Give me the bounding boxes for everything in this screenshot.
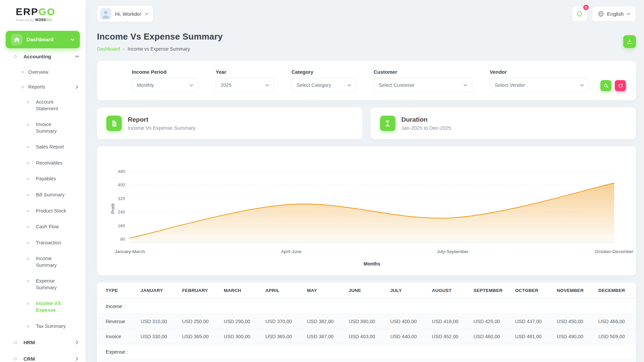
sidebar-item-label: Account Statement xyxy=(36,99,73,112)
year-select[interactable]: 2025 xyxy=(216,78,274,92)
sidebar-item-label: Bill Summary xyxy=(36,192,64,198)
value-cell: USD 466,00 xyxy=(594,314,636,329)
user-menu[interactable]: Hi, Workdo! xyxy=(97,5,154,22)
sidebar-item-label: Expense Summary xyxy=(36,278,73,291)
table-row-payment: PaymentUSD 0,00USD 0,00USD 0,00USD 0,00U… xyxy=(97,360,636,362)
sidebar-item-reports[interactable]: Reports xyxy=(0,79,86,94)
value-cell: USD 0,00 xyxy=(428,360,470,362)
search-button[interactable] xyxy=(600,80,611,91)
sidebar-item-label: Cash Flow xyxy=(36,224,59,230)
y-tick-label: 400 xyxy=(118,182,125,187)
sidebar: ERPGO Powered By WORKDO Dashboard Accoun… xyxy=(0,0,86,362)
sidebar-item-dashboard[interactable]: Dashboard xyxy=(6,31,80,48)
customer-value: Select Customer xyxy=(379,82,415,88)
value-cell: USD 460,00 xyxy=(470,329,511,344)
sidebar-item-tax-summary[interactable]: Tax Summary xyxy=(0,318,86,335)
income-expense-table-card: TYPEJANUARYFEBRUARYMARCHAPRILMAYJUNEJULY… xyxy=(97,283,636,362)
breadcrumb: Dashboard › Income vs Expense Summary xyxy=(97,46,223,52)
chevron-down-icon xyxy=(347,84,351,86)
sidebar-item-income-vs-expense[interactable]: Income VS Expense xyxy=(0,296,86,318)
y-tick-label: 240 xyxy=(118,209,125,215)
chevron-down-icon xyxy=(464,84,467,86)
download-button[interactable] xyxy=(623,35,636,48)
notifications-button[interactable]: 0 xyxy=(572,6,587,21)
reset-button[interactable] xyxy=(615,80,626,91)
value-cell: USD 300,00 xyxy=(220,329,261,344)
chevron-right-icon xyxy=(76,85,78,89)
value-cell: USD 0,00 xyxy=(137,360,178,362)
sidebar-item-crm[interactable]: CRM xyxy=(0,351,86,362)
column-header-type: TYPE xyxy=(97,283,137,299)
x-axis-title: Months xyxy=(130,261,614,266)
value-cell: USD 382,00 xyxy=(303,314,344,329)
bullet-icon xyxy=(27,124,29,126)
bullet-icon xyxy=(27,226,29,228)
chevron-down-icon xyxy=(145,13,149,15)
value-cell: USD 370,00 xyxy=(261,314,303,329)
value-cell: USD 0,00 xyxy=(553,360,594,362)
sidebar-item-receivables[interactable]: Receivables xyxy=(0,155,86,171)
sidebar-item-accounting[interactable]: Accounting xyxy=(0,48,86,65)
value-cell: USD 403,00 xyxy=(344,329,386,344)
table-section-row: Expense : xyxy=(97,344,636,360)
sidebar-item-invoice-summary[interactable]: Invoice Summary xyxy=(0,117,86,139)
vendor-label: Vendor xyxy=(490,69,589,75)
sidebar-item-payables[interactable]: Payables xyxy=(0,171,86,187)
sidebar-item-label: Transaction xyxy=(36,240,61,246)
sidebar-item-product-stock[interactable]: Product Stock xyxy=(0,203,86,219)
value-cell: USD 425,00 xyxy=(470,314,511,329)
bell-icon xyxy=(576,10,583,17)
value-cell: USD 0,00 xyxy=(303,360,344,362)
brand-name: ERPGO xyxy=(16,7,86,17)
value-cell: USD 509,00 xyxy=(594,329,636,344)
sidebar-item-account-statement[interactable]: Account Statement xyxy=(0,94,86,117)
sidebar-item-income-summary[interactable]: Income Summary xyxy=(0,251,86,273)
chart-area-fill xyxy=(130,183,614,242)
y-tick-label: 320 xyxy=(118,196,125,201)
vendor-select[interactable]: Select Vendor xyxy=(490,78,589,92)
bullet-icon xyxy=(14,341,17,344)
sidebar-item-expense-summary[interactable]: Expense Summary xyxy=(0,273,86,296)
sidebar-item-overview[interactable]: Overview xyxy=(0,65,86,79)
profit-area-chart xyxy=(130,155,614,245)
value-cell: USD 365,00 xyxy=(178,329,220,344)
value-cell: USD 387,00 xyxy=(303,329,344,344)
table-header-row: TYPEJANUARYFEBRUARYMARCHAPRILMAYJUNEJULY… xyxy=(97,283,636,299)
value-cell: USD 330,00 xyxy=(137,329,178,344)
brand-tagline: Powered By WORKDO xyxy=(16,18,86,22)
breadcrumb-dashboard-link[interactable]: Dashboard xyxy=(97,46,120,52)
sidebar-item-label: Income Summary xyxy=(36,255,73,268)
breadcrumb-separator-icon: › xyxy=(123,46,125,52)
column-header-october: OCTOBER xyxy=(511,283,553,299)
value-cell: USD 290,00 xyxy=(220,314,261,329)
sidebar-item-sales-report[interactable]: Sales Report xyxy=(0,139,86,155)
year-value: 2025 xyxy=(221,82,231,88)
sidebar-item-hrm[interactable]: HRM xyxy=(0,334,86,351)
brand-logo[interactable]: ERPGO Powered By WORKDO xyxy=(0,0,86,26)
sidebar-item-bill-summary[interactable]: Bill Summary xyxy=(0,187,86,203)
column-header-december: DECEMBER xyxy=(594,283,636,299)
category-select[interactable]: Select Category xyxy=(291,78,356,92)
filter-card: Income PeriodMonthlyYear2025CategorySele… xyxy=(97,61,636,100)
column-header-november: NOVEMBER xyxy=(553,283,594,299)
avatar xyxy=(100,8,111,19)
value-cell: USD 390,00 xyxy=(344,314,386,329)
document-icon xyxy=(106,116,122,131)
globe-icon xyxy=(598,11,604,17)
column-header-february: FEBRUARY xyxy=(178,283,220,299)
column-header-april: APRIL xyxy=(261,283,303,299)
language-selector[interactable]: English xyxy=(592,6,636,21)
vendor-value: Select Vendor xyxy=(495,82,525,88)
income-period-select[interactable]: Monthly xyxy=(132,78,198,92)
duration-card-title: Duration xyxy=(401,116,451,123)
language-label: English xyxy=(607,11,624,17)
bullet-icon xyxy=(27,325,29,327)
sidebar-item-cash-flow[interactable]: Cash Flow xyxy=(0,219,86,235)
search-icon xyxy=(603,83,609,88)
value-cell: USD 490,00 xyxy=(553,329,594,344)
customer-select[interactable]: Select Customer xyxy=(374,78,472,92)
row-type-cell: Invoice xyxy=(97,329,137,344)
chevron-down-icon xyxy=(70,38,74,41)
sidebar-item-transaction[interactable]: Transaction xyxy=(0,235,86,251)
column-header-may: MAY xyxy=(303,283,344,299)
